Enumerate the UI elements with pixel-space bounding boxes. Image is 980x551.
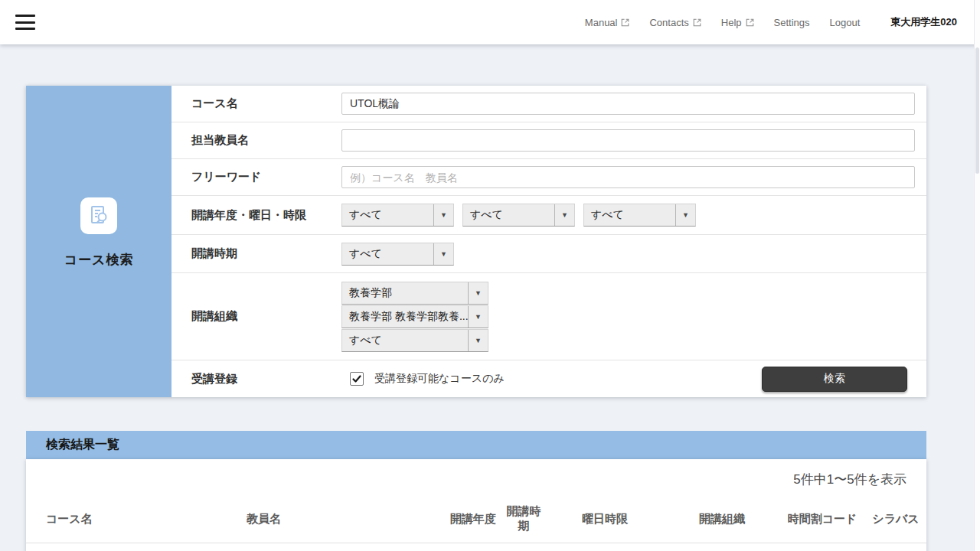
- year-select[interactable]: すべて ▼: [341, 204, 454, 227]
- course-name-label: コース名: [172, 96, 341, 111]
- results-table-header-row: コース名 教員名 開講年度 開講時期 曜日時限 開講組織 時間割コード シラバス: [26, 493, 926, 543]
- hamburger-menu-icon[interactable]: [15, 15, 35, 30]
- row-registration: 受講登録 受講登録可能なコースのみ 検索: [172, 360, 926, 397]
- logged-in-user: 東大用学生020: [890, 15, 957, 29]
- col-day-period: 曜日時限: [545, 493, 665, 543]
- col-syllabus: シラバス: [865, 493, 926, 543]
- term-select[interactable]: すべて ▼: [341, 243, 454, 266]
- nav-manual-label: Manual: [585, 17, 618, 28]
- period-select[interactable]: すべて ▼: [583, 204, 696, 227]
- organization-label: 開講組織: [172, 309, 341, 324]
- free-word-input[interactable]: [341, 166, 915, 188]
- search-button[interactable]: 検索: [762, 367, 907, 392]
- results-table: コース名 教員名 開講年度 開講時期 曜日時限 開講組織 時間割コード シラバス…: [26, 493, 926, 551]
- results-title: 検索結果一覧: [46, 437, 119, 453]
- nav-help-label: Help: [721, 17, 742, 28]
- chevron-down-icon: ▼: [433, 204, 453, 226]
- registration-checkbox[interactable]: [350, 372, 364, 386]
- row-free-word: フリーワード: [172, 158, 926, 195]
- external-link-icon: [746, 18, 754, 27]
- results-header: 検索結果一覧: [26, 431, 926, 459]
- nav-contacts-label: Contacts: [649, 17, 688, 28]
- scrollbar-thumb[interactable]: [975, 47, 979, 174]
- nav-settings[interactable]: Settings: [774, 17, 810, 28]
- external-link-icon: [693, 18, 701, 27]
- cell-organization: 教養学部: [665, 543, 779, 551]
- main-content: コース検索 コース名 担当教員名 フリーワード 開講年度・曜日・時限 すべて: [0, 44, 980, 551]
- chevron-down-icon: ▼: [675, 204, 695, 226]
- cell-course-name[interactable]: 東大用コース001: [26, 543, 247, 551]
- instructor-input[interactable]: [341, 129, 915, 152]
- nav-logout-label: Logout: [830, 17, 861, 28]
- registration-label: 受講登録: [172, 372, 341, 386]
- row-instructor: 担当教員名: [172, 122, 926, 158]
- table-row[interactable]: 東大用コース001 東大用教職員010 東大用教職員011 2023 通年 月曜…: [26, 543, 926, 551]
- panel-title: コース検索: [64, 251, 134, 269]
- results-body: 5件中1〜5件を表示 コース名 教員名 開講年度 開講時期 曜日時限 開講組織 …: [26, 459, 926, 551]
- app-header: Manual Contacts Help Settings: [0, 0, 980, 44]
- results-count: 5件中1〜5件を表示: [26, 471, 926, 488]
- col-term: 開講時期: [502, 493, 545, 543]
- cell-syllabus: [865, 543, 926, 551]
- chevron-down-icon: ▼: [433, 243, 453, 265]
- nav-logout[interactable]: Logout: [830, 17, 861, 28]
- cell-instructors: 東大用教職員010 東大用教職員011: [247, 543, 444, 551]
- col-timetable-code: 時間割コード: [779, 493, 865, 543]
- chevron-down-icon: ▼: [468, 282, 488, 304]
- col-organization: 開講組織: [665, 493, 779, 543]
- chevron-down-icon: ▼: [554, 204, 574, 226]
- row-organization: 開講組織 教養学部 ▼ 教養学部 教養学部教養... ▼ すべて ▼: [172, 272, 926, 360]
- chevron-down-icon: ▼: [468, 306, 488, 328]
- course-search-panel: コース検索 コース名 担当教員名 フリーワード 開講年度・曜日・時限 すべて: [26, 86, 926, 397]
- chevron-down-icon: ▼: [468, 330, 488, 351]
- organization-select-3[interactable]: すべて ▼: [341, 329, 488, 352]
- term-label: 開講時期: [172, 246, 341, 261]
- nav-contacts[interactable]: Contacts: [649, 17, 701, 28]
- row-year-day-period: 開講年度・曜日・時限 すべて ▼ すべて ▼ すべて ▼: [172, 195, 926, 234]
- instructor-label: 担当教員名: [172, 133, 341, 148]
- row-course-name: コース名: [172, 86, 926, 122]
- course-name-input[interactable]: [341, 93, 915, 115]
- course-search-form: コース名 担当教員名 フリーワード 開講年度・曜日・時限 すべて ▼: [172, 86, 926, 397]
- cell-timetable-code: UTokyoCourse001: [779, 543, 865, 551]
- day-select[interactable]: すべて ▼: [462, 204, 575, 227]
- search-results-section: 検索結果一覧 5件中1〜5件を表示 コース名 教員名 開講年度 開講時期 曜日時…: [26, 431, 926, 551]
- external-link-icon: [621, 18, 629, 27]
- cell-day-period: 月曜日 1時限: [545, 543, 665, 551]
- nav-settings-label: Settings: [774, 17, 810, 28]
- nav-manual[interactable]: Manual: [585, 17, 630, 28]
- year-day-period-label: 開講年度・曜日・時限: [172, 208, 341, 223]
- course-search-icon: [80, 197, 117, 234]
- checkmark-icon: [351, 373, 362, 384]
- page-scrollbar[interactable]: [974, 0, 980, 551]
- header-nav: Manual Contacts Help Settings: [585, 15, 957, 29]
- nav-help[interactable]: Help: [721, 17, 754, 28]
- col-year: 開講年度: [444, 493, 502, 543]
- cell-term: 通年: [502, 543, 545, 551]
- organization-select-2[interactable]: 教養学部 教養学部教養... ▼: [341, 305, 488, 328]
- registration-checkbox-label: 受講登録可能なコースのみ: [374, 372, 505, 386]
- col-course-name: コース名: [26, 493, 247, 543]
- col-instructors: 教員名: [247, 493, 444, 543]
- cell-year: 2023: [444, 543, 502, 551]
- organization-select-1[interactable]: 教養学部 ▼: [341, 282, 488, 305]
- course-search-side: コース検索: [26, 86, 172, 397]
- free-word-label: フリーワード: [172, 170, 341, 184]
- row-term: 開講時期 すべて ▼: [172, 234, 926, 272]
